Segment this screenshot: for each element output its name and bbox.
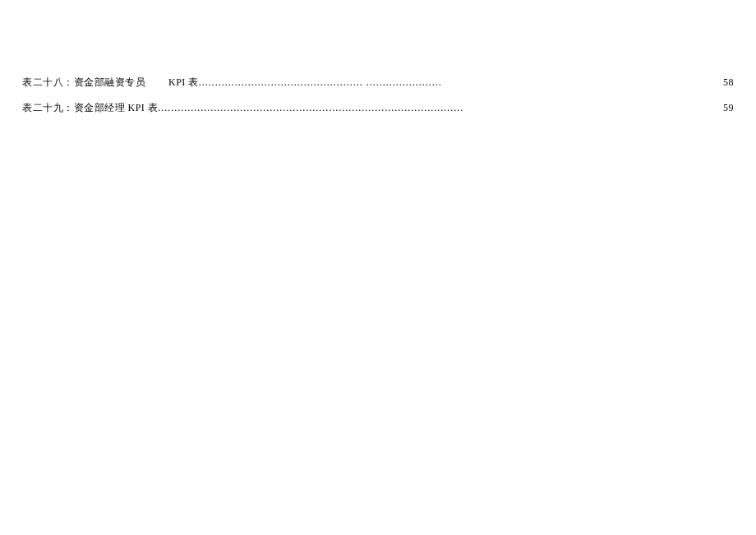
toc-entry[interactable]: 表二十九：资金部经理 KPI 表 .......................… — [22, 101, 734, 115]
toc-page: 表二十八：资金部融资专员 KPI 表 .....................… — [0, 0, 756, 115]
toc-page-number: 58 — [723, 76, 734, 89]
toc-dots: ........................................… — [199, 76, 723, 89]
toc-dots: ........................................… — [158, 102, 723, 114]
toc-page-number: 59 — [723, 102, 734, 114]
toc-entry-label-right: KPI 表 — [168, 76, 199, 90]
toc-entry[interactable]: 表二十八：资金部融资专员 KPI 表 .....................… — [22, 76, 734, 90]
toc-entry-label-left: 表二十八：资金部融资专员 — [22, 76, 145, 90]
toc-entry-label-left: 表二十九：资金部经理 KPI 表 — [22, 101, 158, 115]
